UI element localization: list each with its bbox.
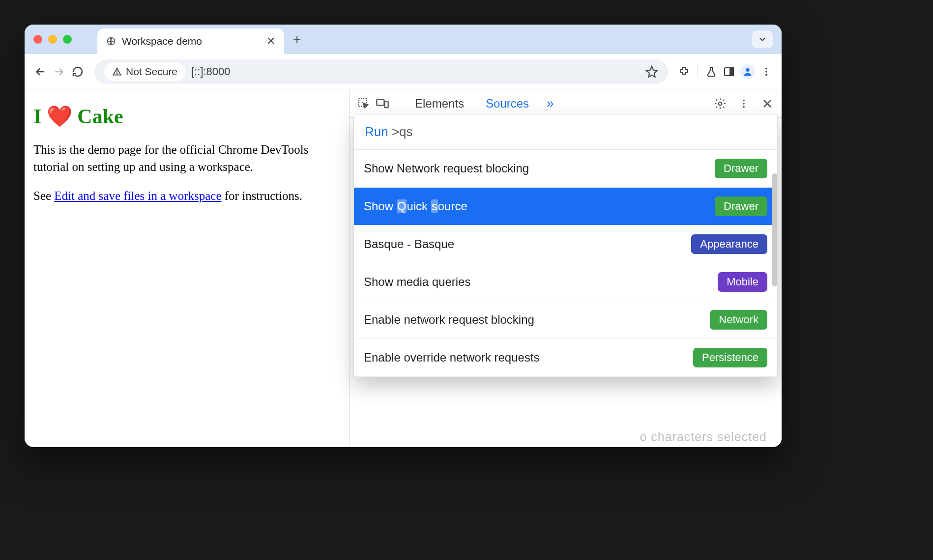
command-item-label: Enable network request blocking [364,313,534,327]
command-item[interactable]: Basque - BasqueAppearance [354,225,777,263]
status-bar-text: o characters selected [640,430,767,444]
tab-list-button[interactable] [752,30,773,48]
reload-button[interactable] [71,65,85,79]
svg-point-2 [117,73,117,74]
command-item-label: Basque - Basque [364,237,454,251]
command-menu: Run >qs Show Network request blockingDra… [353,114,778,377]
security-label: Not Secure [126,66,177,78]
svg-rect-11 [377,99,384,105]
close-window-button[interactable] [33,35,42,44]
more-tabs-button[interactable]: » [542,96,558,111]
tab-sources[interactable]: Sources [477,97,538,111]
command-item[interactable]: Enable override network requestsPersiste… [354,339,777,377]
tab-elements[interactable]: Elements [406,97,473,111]
command-item-label: Enable override network requests [364,351,540,364]
command-item-label: Show media queries [364,275,470,289]
page-paragraph-1: This is the demo page for the official C… [33,141,340,175]
svg-point-15 [743,103,745,105]
toolbar: Not Secure [::]:8000 [25,54,782,89]
command-item-badge: Network [710,310,767,330]
command-item[interactable]: Show Network request blockingDrawer [354,150,777,188]
devtools-kebab-icon[interactable] [736,96,751,111]
content-area: I ❤️ Cake This is the demo page for the … [25,89,782,447]
tab-title: Workspace demo [122,35,261,47]
gear-icon[interactable] [713,96,728,111]
page-heading: I ❤️ Cake [33,104,340,128]
close-tab-button[interactable]: ✕ [266,35,275,48]
minimize-window-button[interactable] [48,35,57,44]
page-paragraph-2: See Edit and save files in a workspace f… [33,187,340,204]
profile-avatar[interactable] [740,64,755,79]
extensions-icon[interactable] [678,65,691,78]
workspace-tutorial-link[interactable]: Edit and save files in a workspace [54,189,221,202]
command-item-label: Show Quick source [364,199,467,213]
devtools-divider [398,96,398,112]
command-item[interactable]: Show media queriesMobile [354,263,777,301]
inspect-icon[interactable] [356,96,371,111]
security-chip[interactable]: Not Secure [104,62,185,81]
scrollbar[interactable] [772,173,777,286]
command-item[interactable]: Show Quick sourceDrawer [354,188,777,225]
command-item[interactable]: Enable network request blockingNetwork [354,301,777,339]
command-item-badge: Mobile [718,272,767,292]
svg-point-7 [765,67,767,69]
bookmark-star-icon[interactable] [645,65,658,78]
back-button[interactable] [33,65,47,79]
svg-point-8 [765,71,767,73]
svg-rect-12 [385,101,388,108]
new-tab-button[interactable]: + [293,31,301,47]
url-text: [::]:8000 [191,65,231,78]
svg-point-16 [743,106,745,108]
command-item-badge: Drawer [715,196,767,216]
devtools-panel: Elements Sources » o characters selected [349,89,782,447]
command-run-label: Run [365,124,388,139]
page-viewport: I ❤️ Cake This is the demo page for the … [25,89,349,447]
titlebar: Workspace demo ✕ + [25,25,782,54]
svg-point-14 [743,99,745,101]
close-devtools-button[interactable] [760,96,775,111]
browser-tab[interactable]: Workspace demo ✕ [97,28,284,54]
globe-icon [106,36,116,46]
svg-point-13 [719,102,722,105]
command-item-badge: Appearance [691,234,767,254]
traffic-lights [30,35,78,44]
command-input[interactable]: Run >qs [354,114,777,150]
device-toggle-icon[interactable] [375,96,390,111]
svg-point-6 [746,68,749,71]
command-query: >qs [392,124,413,139]
omnibox[interactable]: Not Secure [::]:8000 [94,59,668,84]
sidepanel-icon[interactable] [723,65,735,78]
command-list: Show Network request blockingDrawerShow … [354,150,777,377]
svg-rect-5 [730,68,733,76]
browser-window: Workspace demo ✕ + Not Secure [::]:8000 [25,25,782,447]
labs-icon[interactable] [705,65,718,78]
svg-point-9 [765,74,767,76]
kebab-menu-icon[interactable] [760,65,773,78]
command-item-badge: Drawer [715,159,767,178]
command-item-badge: Persistence [693,348,767,367]
command-item-label: Show Network request blocking [364,162,529,175]
forward-button[interactable] [52,65,66,79]
toolbar-divider [698,65,698,78]
maximize-window-button[interactable] [63,35,72,44]
